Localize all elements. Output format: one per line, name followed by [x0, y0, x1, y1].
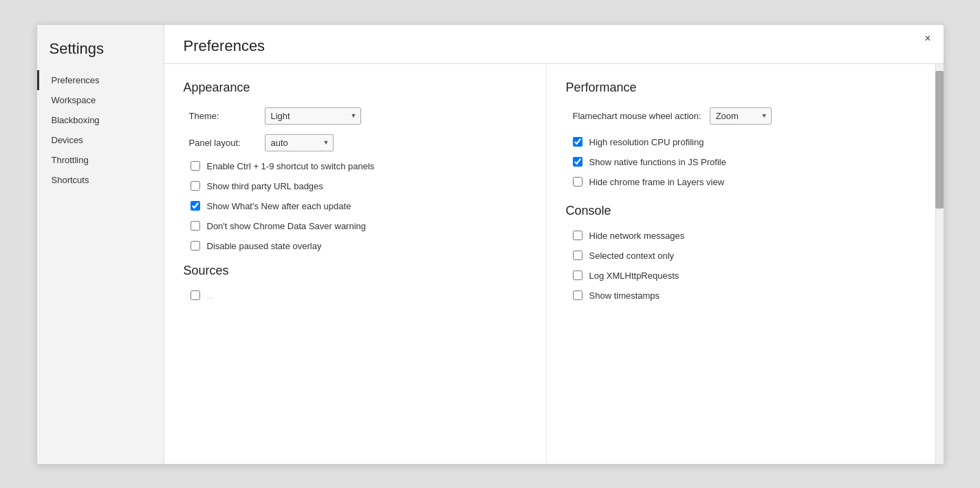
- whats-new-label: Show What's New after each update: [207, 201, 351, 211]
- sources-placeholder-row: ...: [184, 290, 527, 301]
- sidebar-item-label: Preferences: [52, 75, 100, 85]
- flamechart-label: Flamechart mouse wheel action:: [573, 111, 701, 121]
- selected-context-checkbox[interactable]: [573, 251, 582, 260]
- hide-network-checkbox[interactable]: [573, 231, 582, 240]
- sidebar-item-label: Workspace: [52, 95, 96, 105]
- ctrl-switch-checkbox[interactable]: [190, 161, 200, 171]
- sources-placeholder-label: ...: [207, 290, 215, 301]
- console-section-title: Console: [566, 204, 909, 218]
- panel-layout-select[interactable]: auto horizontal vertical: [265, 134, 334, 151]
- panel-layout-label: Panel layout:: [189, 138, 258, 148]
- show-timestamps-checkbox[interactable]: [573, 290, 582, 300]
- sources-section-title: Sources: [184, 264, 527, 278]
- scrollbar-thumb[interactable]: [935, 71, 944, 209]
- high-res-cpu-checkbox[interactable]: [573, 137, 582, 147]
- third-party-badges-row: Show third party URL badges: [184, 181, 527, 191]
- third-party-badges-label: Show third party URL badges: [207, 181, 323, 191]
- sidebar-item-preferences[interactable]: Preferences: [37, 70, 164, 90]
- sidebar-item-throttling[interactable]: Throttling: [37, 150, 164, 170]
- ctrl-switch-label: Enable Ctrl + 1-9 shortcut to switch pan…: [207, 161, 375, 171]
- high-res-cpu-label: High resolution CPU profiling: [589, 137, 704, 147]
- sidebar-item-devices[interactable]: Devices: [37, 130, 164, 150]
- flamechart-select-wrapper: Zoom Scroll: [710, 107, 772, 125]
- theme-select[interactable]: Light Dark System preference: [265, 107, 361, 125]
- sources-placeholder-checkbox[interactable]: [190, 290, 200, 300]
- hide-chrome-frame-checkbox[interactable]: [573, 177, 582, 187]
- hide-chrome-frame-label: Hide chrome frame in Layers view: [589, 177, 725, 187]
- panel-layout-select-wrapper: auto horizontal vertical: [265, 134, 334, 151]
- appearance-section-title: Appearance: [184, 81, 527, 95]
- sidebar-item-label: Throttling: [52, 155, 89, 165]
- whats-new-row: Show What's New after each update: [184, 201, 527, 211]
- theme-label: Theme:: [189, 111, 258, 121]
- sidebar-item-blackboxing[interactable]: Blackboxing: [37, 110, 164, 130]
- sidebar-item-label: Shortcuts: [52, 175, 89, 185]
- native-functions-row: Show native functions in JS Profile: [566, 157, 909, 167]
- scrollbar-track[interactable]: [935, 64, 944, 464]
- paused-overlay-row: Disable paused state overlay: [184, 241, 527, 251]
- performance-section-title: Performance: [566, 81, 909, 95]
- sidebar-item-label: Devices: [52, 135, 83, 145]
- native-functions-label: Show native functions in JS Profile: [589, 157, 726, 167]
- hide-chrome-frame-row: Hide chrome frame in Layers view: [566, 177, 909, 187]
- ctrl-switch-row: Enable Ctrl + 1-9 shortcut to switch pan…: [184, 161, 527, 171]
- third-party-badges-checkbox[interactable]: [190, 181, 200, 191]
- flamechart-select[interactable]: Zoom Scroll: [710, 107, 772, 125]
- sidebar-item-shortcuts[interactable]: Shortcuts: [37, 170, 164, 190]
- page-title: Preferences: [164, 25, 944, 64]
- data-saver-label: Don't show Chrome Data Saver warning: [207, 221, 367, 231]
- flamechart-row: Flamechart mouse wheel action: Zoom Scro…: [566, 107, 909, 125]
- show-timestamps-label: Show timestamps: [589, 290, 660, 301]
- dialog-body: Settings Preferences Workspace Blackboxi…: [37, 25, 944, 464]
- close-button[interactable]: ×: [922, 32, 933, 45]
- log-xhr-label: Log XMLHttpRequests: [589, 270, 679, 281]
- left-panel: Appearance Theme: Light Dark System pref…: [164, 64, 547, 464]
- sidebar-item-label: Blackboxing: [52, 115, 100, 125]
- selected-context-row: Selected context only: [566, 251, 909, 261]
- right-panel: Performance Flamechart mouse wheel actio…: [547, 64, 944, 464]
- hide-network-row: Hide network messages: [566, 231, 909, 241]
- content-area: Appearance Theme: Light Dark System pref…: [164, 64, 944, 464]
- data-saver-row: Don't show Chrome Data Saver warning: [184, 221, 527, 231]
- hide-network-label: Hide network messages: [589, 231, 685, 241]
- native-functions-checkbox[interactable]: [573, 157, 582, 167]
- log-xhr-checkbox[interactable]: [573, 270, 582, 280]
- sidebar-item-workspace[interactable]: Workspace: [37, 90, 164, 110]
- sidebar-title: Settings: [37, 33, 164, 70]
- paused-overlay-checkbox[interactable]: [190, 241, 200, 251]
- theme-select-wrapper: Light Dark System preference: [265, 107, 361, 125]
- whats-new-checkbox[interactable]: [190, 201, 200, 211]
- sidebar: Settings Preferences Workspace Blackboxi…: [37, 25, 164, 464]
- paused-overlay-label: Disable paused state overlay: [207, 241, 322, 251]
- log-xhr-row: Log XMLHttpRequests: [566, 270, 909, 281]
- data-saver-checkbox[interactable]: [190, 221, 200, 231]
- high-res-cpu-row: High resolution CPU profiling: [566, 137, 909, 147]
- panel-layout-row: Panel layout: auto horizontal vertical: [184, 134, 527, 151]
- show-timestamps-row: Show timestamps: [566, 290, 909, 301]
- theme-row: Theme: Light Dark System preference: [184, 107, 527, 125]
- selected-context-label: Selected context only: [589, 251, 675, 261]
- settings-dialog: × Settings Preferences Workspace Blackbo…: [36, 24, 944, 465]
- main-content: Preferences Appearance Theme: Light Dark…: [164, 25, 944, 464]
